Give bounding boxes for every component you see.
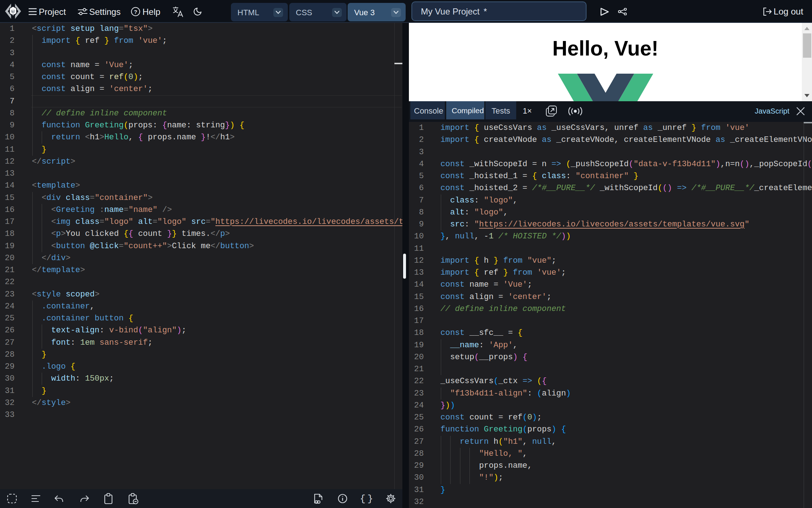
svg-text:?: ?	[134, 9, 137, 15]
svg-text:{ }: { }	[360, 493, 373, 504]
